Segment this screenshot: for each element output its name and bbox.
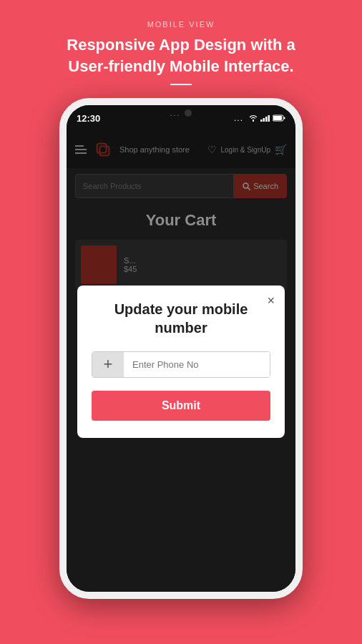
modal-overlay: × Update your mobile number + Submit: [67, 131, 295, 592]
status-bar: 12:30 ... ...: [67, 105, 295, 131]
phone-frame: 12:30 ... ...: [59, 98, 303, 599]
header-section: MOBILE VIEW Responsive App Design with a…: [67, 20, 295, 98]
signal-icon: [260, 114, 270, 122]
svg-rect-6: [273, 116, 282, 120]
svg-rect-3: [265, 117, 268, 122]
wifi-icon: [248, 114, 258, 122]
app-screen: Shop anything store ♡ Login & SignUp 🛒 S…: [67, 131, 295, 592]
phone-number-input[interactable]: [124, 352, 270, 377]
phone-input-row: +: [92, 351, 270, 378]
notch-dots: ...: [170, 109, 180, 117]
svg-rect-4: [268, 115, 270, 122]
mobile-view-label: MOBILE VIEW: [67, 20, 295, 29]
svg-rect-1: [260, 119, 263, 122]
modal-title: Update your mobile number: [92, 300, 270, 337]
svg-point-0: [253, 120, 254, 122]
modal-close-button[interactable]: ×: [267, 294, 275, 307]
camera-dot: [185, 109, 192, 117]
phone-prefix-button[interactable]: +: [92, 352, 124, 377]
svg-rect-2: [263, 118, 265, 122]
headline: Responsive App Design with a User-friend…: [67, 34, 295, 77]
battery-icon: [273, 114, 285, 122]
signal-dots: ...: [234, 113, 243, 123]
time-display: 12:30: [77, 113, 100, 124]
svg-rect-7: [284, 117, 285, 119]
divider: [170, 84, 192, 85]
status-icons: ...: [234, 113, 285, 123]
submit-button[interactable]: Submit: [92, 391, 270, 421]
notch: ...: [145, 105, 217, 121]
modal-box: × Update your mobile number + Submit: [77, 286, 285, 438]
